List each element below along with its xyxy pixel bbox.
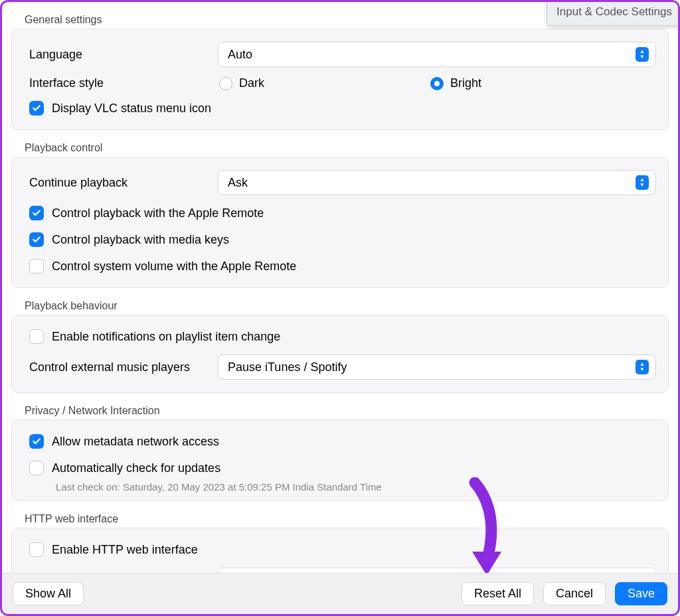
checkbox-metadata[interactable]: Allow metadata network access [24, 428, 656, 455]
last-check-note: Last check on: Saturday, 20 May 2023 at … [24, 481, 656, 493]
radio-icon [430, 77, 444, 90]
apple-remote-label: Control playback with the Apple Remote [52, 206, 264, 220]
chevron-updown-icon: ▲▼ [636, 175, 649, 190]
save-button[interactable]: Save [615, 582, 667, 605]
status-icon-label: Display VLC status menu icon [52, 102, 211, 116]
checkbox-empty-icon [29, 461, 44, 475]
checkbox-updates[interactable]: Automatically check for updates [24, 455, 656, 481]
http-enable-label: Enable HTTP web interface [52, 543, 198, 557]
language-label: Language [24, 48, 218, 62]
show-all-button[interactable]: Show All [13, 582, 84, 605]
continue-playback-value: Ask [228, 176, 248, 190]
reset-all-button[interactable]: Reset All [462, 582, 534, 605]
interface-style-label: Interface style [24, 76, 218, 90]
chevron-updown-icon: ▲▼ [636, 360, 649, 374]
language-value: Auto [228, 48, 252, 62]
continue-playback-label: Continue playback [24, 176, 218, 190]
radio-bright[interactable]: Bright [430, 76, 481, 90]
continue-playback-select[interactable]: Ask ▲▼ [218, 170, 656, 195]
section-privacy: Allow metadata network access Automatica… [11, 420, 669, 501]
external-players-value: Pause iTunes / Spotify [228, 360, 347, 374]
checkmark-icon [29, 434, 44, 449]
external-players-label: Control external music players [24, 360, 218, 374]
checkbox-http-enable[interactable]: Enable HTTP web interface [24, 536, 656, 563]
external-players-select[interactable]: Pause iTunes / Spotify ▲▼ [218, 354, 656, 380]
updates-label: Automatically check for updates [52, 461, 220, 475]
radio-icon [219, 77, 232, 90]
metadata-label: Allow metadata network access [52, 435, 219, 449]
footer-bar: Show All Reset All Cancel Save [2, 573, 678, 614]
radio-dark[interactable]: Dark [219, 76, 264, 90]
tab-label: Input & Codec Settings [556, 5, 672, 18]
section-title-playback-control: Playback control [11, 130, 669, 157]
section-http: Enable HTTP web interface Password [11, 528, 669, 574]
media-keys-label: Control playback with media keys [52, 233, 229, 247]
system-volume-label: Control system volume with the Apple Rem… [52, 260, 296, 273]
section-title-http: HTTP web interface [11, 501, 669, 528]
section-title-privacy: Privacy / Network Interaction [11, 393, 669, 420]
section-title-playback-behaviour: Playback behaviour [11, 288, 669, 315]
checkmark-icon [29, 101, 44, 116]
notifications-label: Enable notifications on playlist item ch… [52, 330, 280, 344]
checkmark-icon [29, 206, 44, 220]
checkbox-empty-icon [29, 329, 44, 344]
checkmark-icon [29, 232, 44, 247]
radio-dark-label: Dark [239, 76, 264, 90]
preferences-scroll: General settings Language Auto ▲▼ Interf… [2, 2, 678, 574]
chevron-updown-icon: ▲▼ [636, 47, 649, 62]
section-playback-control: Continue playback Ask ▲▼ Control playbac… [11, 157, 669, 288]
language-select[interactable]: Auto ▲▼ [218, 42, 656, 67]
section-playback-behaviour: Enable notifications on playlist item ch… [11, 315, 669, 393]
checkbox-empty-icon [29, 542, 44, 557]
checkbox-media-keys[interactable]: Control playback with media keys [24, 226, 656, 253]
cancel-button[interactable]: Cancel [543, 582, 606, 605]
checkbox-system-volume[interactable]: Control system volume with the Apple Rem… [24, 253, 656, 279]
checkbox-empty-icon [29, 259, 44, 273]
radio-bright-label: Bright [450, 76, 481, 90]
section-general: Language Auto ▲▼ Interface style Dark [11, 29, 669, 130]
checkbox-notifications[interactable]: Enable notifications on playlist item ch… [24, 323, 656, 350]
checkbox-status-icon[interactable]: Display VLC status menu icon [24, 95, 656, 121]
tab-input-codec[interactable]: Input & Codec Settings [547, 0, 680, 26]
checkbox-apple-remote[interactable]: Control playback with the Apple Remote [24, 200, 656, 226]
